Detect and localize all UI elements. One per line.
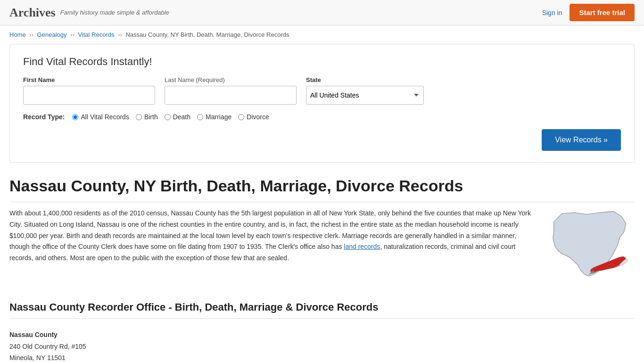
breadcrumb: Home ›› Genealogy ›› Vital Records ›› Na… [0,25,644,44]
state-label: State [306,76,424,83]
radio-marriage-input[interactable] [197,114,203,120]
start-trial-button[interactable]: Start free trial [570,4,635,21]
radio-birth-input[interactable] [136,114,142,120]
record-type-label: Record Type: [23,113,65,121]
search-title: Find Vital Records Instantly! [23,56,621,68]
first-name-group: First Name [23,76,155,105]
site-logo: Archives [9,6,56,20]
state-group: State All United States [306,76,424,105]
search-fields: First Name Last Name (Required) State Al… [23,76,621,105]
main-content: Find Vital Records Instantly! First Name… [0,44,644,362]
breadcrumb-sep1: ›› [29,31,33,38]
sign-in-link[interactable]: Sign in [542,9,562,16]
breadcrumb-sep3: ›› [118,31,122,38]
breadcrumb-genealogy[interactable]: Genealogy [37,31,67,38]
header-nav: Sign in Start free trial [542,4,635,21]
radio-death-input[interactable] [165,114,171,120]
radio-all-vital-input[interactable] [72,114,78,120]
first-name-input[interactable] [23,86,155,105]
map-container [550,208,635,282]
radio-marriage[interactable]: Marriage [197,113,231,121]
last-name-label: Last Name (Required) [165,76,297,83]
office-name: Nassau County [9,331,635,338]
radio-birth[interactable]: Birth [136,113,158,121]
record-type-row: Record Type: All Vital Records Birth Dea… [23,113,621,121]
radio-divorce[interactable]: Divorce [238,113,269,121]
ny-state-map [550,208,632,281]
radio-all-vital[interactable]: All Vital Records [72,113,129,121]
radio-divorce-input[interactable] [238,114,244,120]
land-records-link[interactable]: land records [344,243,380,250]
radio-group: All Vital Records Birth Death Marriage D… [72,113,269,121]
view-records-button[interactable]: View Records » [542,129,621,151]
state-select[interactable]: All United States [306,86,424,105]
last-name-input[interactable] [165,86,297,105]
search-box: Find Vital Records Instantly! First Name… [9,44,635,163]
site-tagline: Family history made simple & affordable [60,9,169,16]
office-address1: 240 Old Country Rd, #105 [9,341,635,353]
breadcrumb-current: Nassau County, NY Birth, Death, Marriage… [125,31,289,38]
breadcrumb-home[interactable]: Home [9,31,26,38]
radio-death[interactable]: Death [165,113,190,121]
last-name-group: Last Name (Required) [165,76,297,105]
description-text: With about 1,400,000 residents as of the… [9,208,536,282]
search-footer: View Records » [23,129,621,151]
page-title: Nassau County, NY Birth, Death, Marriage… [9,177,635,202]
breadcrumb-sep2: ›› [70,31,74,38]
office-address2: Mineola, NY 11501 [9,353,635,362]
breadcrumb-vital-records[interactable]: Vital Records [78,31,114,38]
site-header: Archives Family history made simple & af… [0,0,644,25]
first-name-label: First Name [23,76,155,83]
description-section: With about 1,400,000 residents as of the… [9,208,635,282]
sub-section-title: Nassau County Recorder Office - Birth, D… [9,301,635,319]
header-logo-area: Archives Family history made simple & af… [9,6,169,20]
recorder-office: Nassau County 240 Old Country Rd, #105 M… [9,326,635,362]
description-paragraph: With about 1,400,000 residents as of the… [9,208,536,264]
